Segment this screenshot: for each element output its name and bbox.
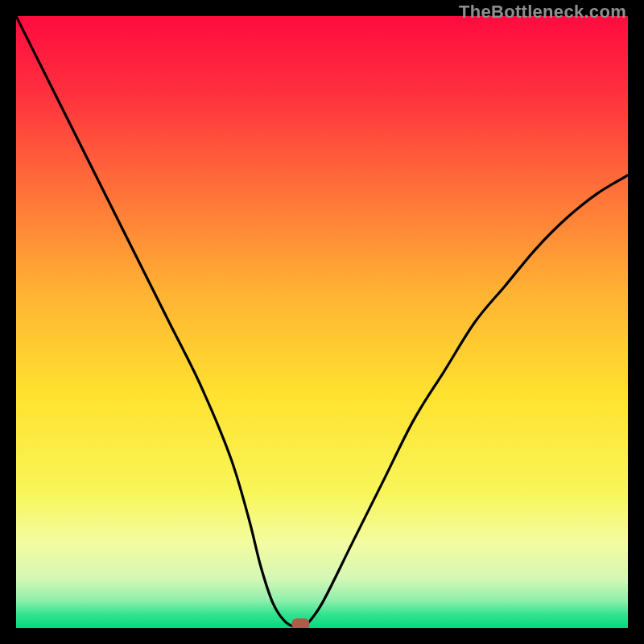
bottleneck-chart [16, 16, 628, 628]
watermark-text: TheBottleneck.com [459, 2, 626, 23]
gradient-background [16, 16, 628, 628]
optimal-marker [291, 618, 309, 628]
